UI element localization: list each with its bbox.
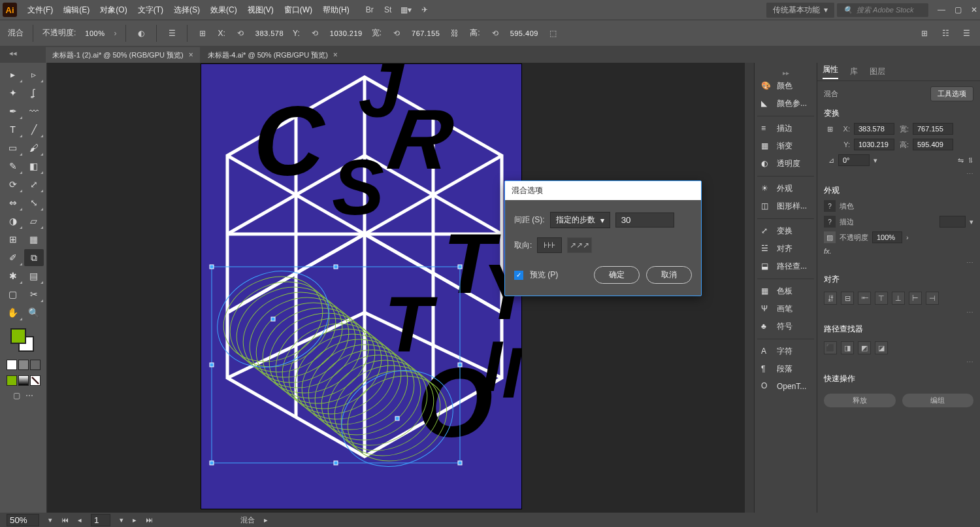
w-value[interactable]: 767.155 [412,29,440,37]
menu-type[interactable]: 文字(T) [133,0,169,20]
nav-next-icon[interactable]: ▸ [133,516,137,524]
dock-appearance[interactable]: ☀外观 [757,180,814,197]
blend-tool[interactable]: ⧉ [24,249,44,266]
vertical-scrollbar[interactable] [745,63,754,513]
symbol-sprayer-tool[interactable]: ✱ [3,267,23,284]
nav-prev-icon[interactable]: ◂ [78,516,82,524]
dock-color[interactable]: 🎨颜色 [757,78,814,94]
menu-select[interactable]: 选择(S) [169,0,205,20]
dock-graphic-styles[interactable]: ◫图形样... [757,198,814,214]
chevron-down-icon[interactable]: ▾ [120,516,123,524]
pen-tool[interactable]: ✒ [3,103,23,120]
dock-character[interactable]: A字符 [757,343,814,360]
x-input[interactable] [854,123,894,135]
dock-paragraph[interactable]: ¶段落 [757,361,814,377]
spacing-value-input[interactable] [615,212,674,228]
edit-toolbar-icon[interactable]: ⋯ [25,391,33,400]
stock-icon[interactable]: St [382,4,394,16]
menu-edit[interactable]: 编辑(E) [58,0,95,20]
link-icon[interactable]: ⟲ [391,27,402,39]
arrange-icon[interactable]: ▦▾ [400,4,412,16]
y-value[interactable]: 1030.219 [330,29,363,37]
tool-options-button[interactable]: 工具选项 [930,86,973,101]
dock-transform[interactable]: ⤢变换 [757,223,814,239]
pathfinder-buttons[interactable]: ⬛◨◩◪ [824,341,973,354]
selection-tool[interactable]: ▸ [3,66,23,83]
workspace-dropdown[interactable]: 传统基本功能▾ [766,3,834,18]
maximize-button[interactable]: ▢ [955,5,962,14]
menu-help[interactable]: 帮助(H) [318,0,355,20]
dock-align[interactable]: ☱对齐 [757,241,814,257]
chevron-right-icon[interactable]: › [906,233,909,241]
minimize-button[interactable]: — [938,5,945,14]
angle-input[interactable] [838,154,870,166]
y-input[interactable] [854,139,894,150]
tab-properties[interactable]: 属性 [823,64,838,79]
h-value[interactable]: 595.409 [510,29,538,37]
link-icon[interactable]: ⟲ [235,27,246,39]
direct-selection-tool[interactable]: ▹ [24,66,44,83]
rotate-tool[interactable]: ⟳ [3,176,23,193]
artboard-tool[interactable]: ▢ [3,286,23,303]
orient-page-button[interactable]: ⊦⊦⊦ [537,237,562,253]
release-button[interactable]: 释放 [824,394,896,407]
color-mode-icons[interactable] [7,375,41,386]
stroke-unknown-icon[interactable]: ? [824,216,836,228]
nav-first-icon[interactable]: ⏮ [61,516,69,524]
opacity-input[interactable] [872,231,902,243]
menu-object[interactable]: 对象(O) [95,0,132,20]
ref-point-icon[interactable]: ⊞ [197,27,208,39]
fx-icon[interactable]: fx. [824,247,832,255]
chevron-down-icon[interactable]: ▾ [970,218,973,226]
zoom-tool[interactable]: 🔍 [24,304,44,321]
dock-gradient[interactable]: ▦渐变 [757,138,814,154]
magic-wand-tool[interactable]: ✦ [3,84,23,101]
mesh-tool[interactable]: ⊞ [3,231,23,248]
dock-transparency[interactable]: ◐透明度 [757,156,814,172]
free-transform-tool[interactable]: ⤡ [24,194,44,211]
orient-path-button[interactable]: ↗↗↗ [567,237,592,253]
x-value[interactable]: 383.578 [255,29,284,37]
h-input[interactable] [913,139,953,150]
tab-layers[interactable]: 图层 [870,66,885,77]
menu-file[interactable]: 文件(F) [22,0,58,20]
gpu-icon[interactable]: ✈ [419,4,431,16]
gradient-tool[interactable]: ▦ [24,231,44,248]
flip-v-icon[interactable]: ⥮ [968,156,973,165]
shape-icon[interactable]: ⬚ [547,27,559,39]
close-icon[interactable]: × [333,50,338,60]
screen-mode-icon[interactable]: ▢ [13,391,20,400]
link-icon[interactable]: ⟲ [309,27,321,39]
perspective-tool[interactable]: ▱ [24,212,44,230]
chevron-right-icon[interactable]: › [114,29,116,38]
link-icon[interactable]: ⟲ [489,27,501,39]
slice-tool[interactable]: ✂ [24,286,44,303]
fill-unknown-icon[interactable]: ? [824,200,836,212]
dock-stroke[interactable]: ≡描边 [757,120,814,137]
flip-h-icon[interactable]: ⇋ [958,156,964,165]
preview-checkbox[interactable]: ✓ [514,271,523,280]
opacity-value[interactable]: 100% [85,29,105,37]
dock-swatches[interactable]: ▦色板 [757,283,814,299]
more-icon[interactable]: ⋯ [824,309,973,317]
chevron-down-icon[interactable]: ▾ [48,516,52,524]
menu-window[interactable]: 窗口(W) [279,0,318,20]
menu-view[interactable]: 视图(V) [242,0,279,20]
close-icon[interactable]: × [189,50,193,60]
menu-effect[interactable]: 效果(C) [205,0,242,20]
ok-button[interactable]: 确定 [594,266,640,284]
chevron-down-icon[interactable]: ▾ [874,156,877,165]
scale-tool[interactable]: ⤢ [24,176,44,193]
shaper-tool[interactable]: ✎ [3,158,23,175]
tab-libraries[interactable]: 库 [850,66,858,77]
tab-doc-2[interactable]: 未标题-4.ai* @ 50% (RGB/GPU 预览) × [201,47,344,63]
collapse-icon[interactable]: ◂◂ [9,49,17,58]
curvature-tool[interactable]: 〰 [24,103,44,120]
rectangle-tool[interactable]: ▭ [3,139,23,156]
collapse-icon[interactable]: ▸▸ [757,69,814,76]
constrain-icon[interactable]: ⛓ [449,27,461,39]
search-stock[interactable]: 🔍搜索 Adobe Stock [837,3,928,17]
dock-pathfinder[interactable]: ⬓路径查... [757,258,814,275]
page-input[interactable] [91,514,110,526]
bridge-icon[interactable]: Br [364,4,376,16]
